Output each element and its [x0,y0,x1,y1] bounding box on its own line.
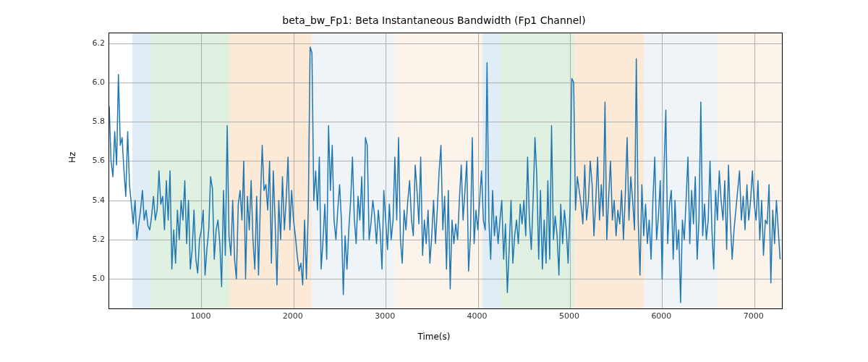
plot-area [109,33,783,309]
x-tick-label: 1000 [190,311,210,321]
x-tick-label: 4000 [467,311,488,321]
x-tick-label: 7000 [744,311,764,321]
y-tick-label: 6.2 [76,38,105,47]
y-tick-label: 5.6 [76,156,105,165]
y-tick-label: 5.2 [76,235,105,244]
x-tick-label: 6000 [651,311,671,321]
y-tick-label: 5.0 [76,274,105,283]
x-tick-label: 5000 [559,311,579,321]
data-line [109,33,782,308]
y-tick-label: 5.4 [76,195,105,204]
x-tick-label: 2000 [283,311,303,321]
x-axis-label: Time(s) [0,332,868,342]
x-tick-label: 3000 [375,311,395,321]
chart-container: beta_bw_Fp1: Beta Instantaneous Bandwidt… [0,0,868,362]
y-tick-label: 6.0 [76,77,105,86]
y-tick-label: 5.8 [76,117,105,126]
chart-title: beta_bw_Fp1: Beta Instantaneous Bandwidt… [0,14,868,26]
